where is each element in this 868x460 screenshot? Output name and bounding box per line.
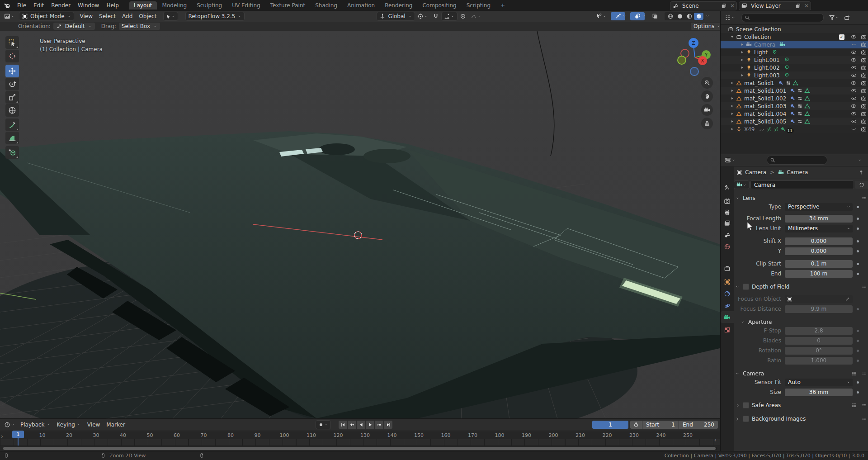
visibility-eye-icon[interactable] [849,103,859,109]
panel-header[interactable]: Lens [734,194,868,203]
expander-icon[interactable] [730,127,735,131]
collection-checkbox[interactable]: ✓ [839,34,844,40]
snap-toggle[interactable] [430,12,441,20]
material-icon[interactable] [797,104,802,109]
animate-dot[interactable] [857,263,859,265]
scene-name[interactable]: Scene [680,3,719,9]
play-reverse-button[interactable] [357,421,365,429]
properties-tab-view-layer[interactable] [721,217,734,229]
visibility-dropdown[interactable] [594,12,609,20]
workspace-tab-sculpting[interactable]: Sculpting [192,1,226,9]
pose-icon[interactable] [766,127,772,132]
pose-icon[interactable] [774,127,779,132]
properties-options-button[interactable] [855,156,864,164]
item-name[interactable]: mat_Solid1.005 [744,119,786,125]
property-dropdown[interactable]: Perspective [785,203,853,211]
eyedropper-icon[interactable] [845,296,850,302]
active-tool-button[interactable] [163,12,178,21]
visibility-eye-icon[interactable] [849,111,859,117]
scene-selector[interactable]: Scene ✕ [670,1,737,10]
menu-file[interactable]: File [14,2,30,9]
collapse-right-icon[interactable]: ‹ [714,437,717,443]
tool-rotate[interactable] [5,78,19,90]
visibility-eye-icon[interactable] [849,34,859,40]
unlink-scene-icon[interactable]: ✕ [728,2,736,10]
visibility-eye-icon[interactable] [849,95,859,101]
properties-tab-render[interactable] [721,195,734,207]
panel-header[interactable]: Depth of Field [734,282,868,291]
properties-tab-physics[interactable] [721,288,734,299]
shading-wireframe-icon[interactable] [665,13,675,19]
play-button[interactable] [366,421,374,429]
animate-dot[interactable] [857,330,859,332]
prev-keyframe-button[interactable] [348,421,356,429]
mesh-data-icon[interactable] [804,111,810,117]
render-visibility-icon[interactable] [859,88,868,94]
item-name[interactable]: Light.001 [754,57,780,63]
outliner-item[interactable]: mat_Solid1.004 [721,110,868,118]
item-name[interactable]: Light.003 [754,72,780,79]
properties-tab-texture[interactable] [721,324,734,336]
visibility-eye-icon[interactable] [849,80,859,86]
outliner-item[interactable]: Scene Collection [721,25,868,33]
panel-header[interactable]: Camera [734,369,868,378]
drag-dots-icon[interactable] [861,416,867,422]
render-visibility-icon[interactable] [859,34,868,40]
ortho-toggle-button[interactable] [701,118,713,129]
properties-editor-type-button[interactable] [722,156,738,164]
outliner-item[interactable]: Light [721,48,868,56]
wrench-icon[interactable] [790,104,796,109]
fake-user-button[interactable] [855,181,868,189]
timeline-ruler[interactable]: › 10203040506070809010011012013014015016… [0,431,720,451]
playhead[interactable]: 1 [12,431,24,438]
render-visibility-icon[interactable] [859,72,868,78]
drag-dots-icon[interactable] [861,284,867,289]
viewport-menu-add[interactable]: Add [119,13,136,19]
workspace-tab-scripting[interactable]: Scripting [462,1,495,9]
property-value-field[interactable]: 9.9 m [785,305,853,313]
outliner-item[interactable]: mat_Solid1.003 [721,102,868,110]
visibility-eye-icon[interactable] [849,88,859,94]
animate-dot[interactable] [857,228,859,230]
expander-icon[interactable] [730,89,735,93]
camera-data-icon[interactable] [779,42,785,47]
workspace-tab-rendering[interactable]: Rendering [380,1,417,9]
outliner-item[interactable]: X4911 [721,125,868,133]
light-data-icon[interactable] [784,57,790,63]
animate-dot[interactable] [857,218,859,220]
next-keyframe-button[interactable] [375,421,383,429]
animate-dot[interactable] [857,273,859,275]
property-value-field[interactable]: 2.8 [785,327,853,335]
expander-icon[interactable] [740,43,745,47]
preset-icon[interactable] [851,403,857,408]
workspace-tab-shading[interactable]: Shading [311,1,342,9]
light-data-icon[interactable] [784,72,790,78]
property-value-field[interactable]: 36 mm [785,389,853,396]
properties-tab-object[interactable] [721,276,734,288]
property-dropdown[interactable]: Millimeters [785,225,853,232]
view-layer-name[interactable]: View Layer [749,3,793,9]
camera-data-selector[interactable] [734,180,750,189]
copy-scene-icon[interactable] [719,2,728,10]
object-picker-field[interactable] [785,295,853,303]
tool-measure[interactable] [5,132,19,144]
snap-target-dropdown[interactable] [441,12,458,21]
outliner-display-mode-button[interactable] [722,14,738,22]
shading-solid-icon[interactable] [675,13,684,19]
shading-material-icon[interactable] [684,13,694,19]
property-value-field[interactable]: 0 [785,337,853,345]
render-visibility-icon[interactable] [859,119,868,124]
properties-tab-constraints[interactable] [721,300,734,312]
workspace-tab-texture-paint[interactable]: Texture Paint [266,1,310,9]
use-preview-range-button[interactable] [630,421,642,429]
animate-dot[interactable] [857,250,859,252]
breadcrumb-data[interactable]: Camera [787,169,808,175]
preset-icon[interactable] [851,371,857,376]
item-name[interactable]: mat_Solid1.004 [744,111,786,117]
curve-icon[interactable] [759,127,764,132]
animate-dot[interactable] [857,308,859,310]
visibility-closed-icon[interactable] [849,126,859,132]
animate-dot[interactable] [857,340,859,342]
expander-icon[interactable] [730,35,735,39]
properties-tab-collection[interactable] [721,262,734,274]
